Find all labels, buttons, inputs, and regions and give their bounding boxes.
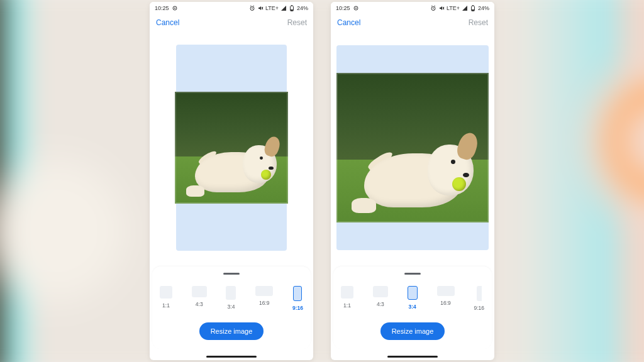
bottom-panel: 1:14:33:416:99:16 Resize image xyxy=(152,266,311,349)
aspect-ratio-row: 1:14:33:416:99:16 xyxy=(158,286,304,316)
location-icon xyxy=(172,5,178,11)
phone-left: 10:25 LTE+ 24% Cancel Reset xyxy=(150,2,313,360)
bottom-panel: 1:14:33:416:99:16 Resize image xyxy=(333,266,492,349)
svg-rect-10 xyxy=(472,5,474,6)
mute-icon xyxy=(257,5,264,11)
ratio-shape-icon xyxy=(373,286,388,297)
aspect-ratio-1-1[interactable]: 1:1 xyxy=(341,286,353,311)
photo-preview[interactable] xyxy=(336,73,489,222)
ratio-shape-icon xyxy=(477,286,482,301)
reset-button[interactable]: Reset xyxy=(287,18,307,27)
signal-icon xyxy=(280,5,287,11)
status-time: 10:25 xyxy=(155,5,169,11)
crop-handle-br[interactable] xyxy=(484,218,489,222)
resize-button[interactable]: Resize image xyxy=(380,322,445,340)
resize-button[interactable]: Resize image xyxy=(199,322,264,340)
alarm-icon xyxy=(249,5,255,11)
aspect-ratio-9-16[interactable]: 9:16 xyxy=(474,286,484,311)
battery-icon xyxy=(470,5,476,11)
signal-icon xyxy=(462,5,468,11)
status-time: 10:25 xyxy=(336,5,350,11)
stage: 10:25 LTE+ 24% Cancel Reset xyxy=(0,0,644,362)
ratio-shape-icon xyxy=(408,286,418,300)
crop-outline xyxy=(336,73,489,222)
crop-handle-tl[interactable] xyxy=(175,92,179,96)
gesture-navbar[interactable] xyxy=(150,353,313,360)
ratio-label: 1:1 xyxy=(162,302,170,309)
alarm-icon xyxy=(430,5,436,11)
ratio-shape-icon xyxy=(341,286,353,299)
ratio-label: 1:1 xyxy=(343,302,351,309)
aspect-ratio-4-3[interactable]: 4:3 xyxy=(192,286,207,311)
ratio-shape-icon xyxy=(192,286,207,297)
ratio-shape-icon xyxy=(293,286,302,301)
ratio-label: 4:3 xyxy=(196,301,203,307)
crop-canvas[interactable] xyxy=(336,45,489,250)
ratio-label: 9:16 xyxy=(292,305,303,311)
svg-rect-4 xyxy=(291,5,292,6)
ratio-label: 16:9 xyxy=(259,300,270,306)
aspect-ratio-9-16[interactable]: 9:16 xyxy=(292,286,303,311)
drag-handle[interactable] xyxy=(223,273,240,275)
crop-handle-br[interactable] xyxy=(284,199,288,204)
ratio-label: 3:4 xyxy=(228,304,235,310)
aspect-ratio-16-9[interactable]: 16:9 xyxy=(255,286,273,311)
crop-handle-bl[interactable] xyxy=(336,218,341,222)
mute-icon xyxy=(438,5,445,11)
phone-right: 10:25 LTE+ 24% Cancel Reset xyxy=(331,2,494,360)
top-bar: Cancel Reset xyxy=(150,14,313,31)
status-bar: 10:25 LTE+ 24% xyxy=(331,2,494,14)
crop-handle-tr[interactable] xyxy=(484,73,489,77)
svg-rect-11 xyxy=(472,9,474,11)
reset-button[interactable]: Reset xyxy=(469,18,488,27)
status-battery-text: 24% xyxy=(478,5,489,11)
ratio-shape-icon xyxy=(160,286,172,299)
location-icon xyxy=(353,5,359,11)
aspect-ratio-16-9[interactable]: 16:9 xyxy=(437,286,455,311)
ratio-shape-icon xyxy=(255,286,273,296)
ratio-shape-icon xyxy=(437,286,455,296)
aspect-ratio-4-3[interactable]: 4:3 xyxy=(373,286,388,311)
status-bar: 10:25 LTE+ 24% xyxy=(150,2,313,14)
aspect-ratio-row: 1:14:33:416:99:16 xyxy=(340,286,486,316)
crop-outline xyxy=(175,92,288,204)
aspect-ratio-3-4[interactable]: 3:4 xyxy=(226,286,236,311)
crop-handle-tr[interactable] xyxy=(284,92,288,96)
svg-rect-5 xyxy=(291,9,293,11)
gesture-navbar[interactable] xyxy=(331,353,494,360)
ratio-label: 3:4 xyxy=(409,304,416,310)
status-network: LTE+ xyxy=(447,5,460,11)
ratio-label: 16:9 xyxy=(440,300,451,306)
ratio-shape-icon xyxy=(226,286,236,300)
status-network: LTE+ xyxy=(265,5,279,11)
canvas-area xyxy=(150,31,313,266)
ratio-label: 4:3 xyxy=(377,301,384,307)
status-battery-text: 24% xyxy=(297,5,308,11)
aspect-ratio-3-4[interactable]: 3:4 xyxy=(408,286,418,311)
svg-point-1 xyxy=(174,8,175,9)
top-bar: Cancel Reset xyxy=(331,14,494,31)
photo-preview[interactable] xyxy=(175,92,288,204)
cancel-button[interactable]: Cancel xyxy=(337,18,360,27)
crop-handle-tl[interactable] xyxy=(336,73,341,77)
ratio-label: 9:16 xyxy=(474,305,484,311)
crop-canvas[interactable] xyxy=(176,45,287,251)
crop-handle-bl[interactable] xyxy=(175,199,179,204)
canvas-area xyxy=(331,31,494,266)
drag-handle[interactable] xyxy=(404,273,421,275)
cancel-button[interactable]: Cancel xyxy=(156,18,179,27)
battery-icon xyxy=(289,5,295,11)
aspect-ratio-1-1[interactable]: 1:1 xyxy=(160,286,172,311)
svg-point-7 xyxy=(355,8,357,9)
